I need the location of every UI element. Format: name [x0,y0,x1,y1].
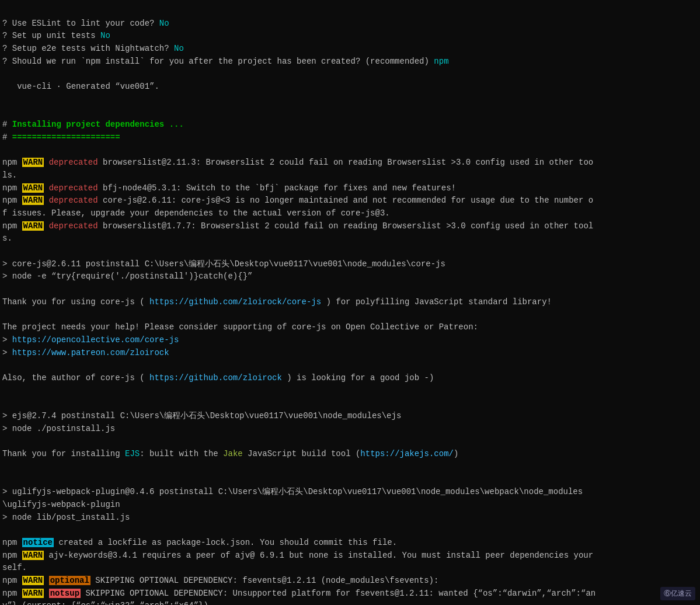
terminal-line [2,144,698,157]
terminal-line [2,397,698,410]
terminal-line: > ejs@2.7.4 postinstall C:\Users\编程小石头\D… [2,410,698,423]
terminal-line [2,473,698,486]
terminal-line: vue-cli · Generated “vue001”. [2,81,698,93]
terminal-line: > node ./postinstall.js [2,423,698,436]
terminal-line: npm WARN optional SKIPPING OPTIONAL DEPE… [2,575,698,587]
terminal-line: # Installing project dependencies ... [2,119,698,131]
terminal-line: npm notice created a lockfile as package… [2,537,698,550]
terminal-line [2,524,698,537]
terminal-line: Thank you for installing EJS: built with… [2,448,698,461]
terminal-line: ? Use ESLint to lint your code? No [2,18,698,30]
terminal-line: The project needs your help! Please cons… [2,321,698,334]
terminal-line [2,435,698,448]
terminal-line [2,359,698,372]
terminal-line: npm WARN notsup SKIPPING OPTIONAL DEPEND… [2,587,698,600]
terminal-line: npm WARN deprecated browserslist@2.11.3:… [2,157,698,169]
terminal-line: > node lib/post_install.js [2,512,698,524]
terminal-line [2,461,698,474]
terminal-line: ? Set up unit tests No [2,30,698,43]
terminal-line: ? Should we run `npm install` for you af… [2,55,698,68]
terminal-line: > node -e “try{require('./postinstall')}… [2,270,698,283]
terminal-line [2,283,698,296]
terminal-line: ls. [2,169,698,182]
terminal-line [2,245,698,258]
terminal-line: npm WARN deprecated bfj-node4@5.3.1: Swi… [2,182,698,195]
terminal-line: f issues. Please, upgrade your dependenc… [2,207,698,220]
terminal-line: ? Setup e2e tests with Nightwatch? No [2,43,698,55]
terminal-line [2,106,698,119]
watermark-badge: ⑥亿速云 [660,587,695,600]
terminal-line: # ====================== [2,131,698,144]
terminal-line: self. [2,562,698,575]
terminal-line: npm WARN ajv-keywords@3.4.1 requires a p… [2,550,698,562]
terminal-line: s. [2,232,698,245]
terminal-line [2,93,698,106]
terminal-line: npm WARN deprecated core-js@2.6.11: core… [2,194,698,207]
terminal-line: > https://www.patreon.com/zloirock [2,347,698,360]
terminal-line: > https://opencollective.com/core-js [2,334,698,347]
terminal-line [2,68,698,81]
terminal-line [2,309,698,322]
terminal-line: y”} (current: {“os”:“win32”,“arch”:“x64”… [2,600,698,605]
terminal-line: Also, the author of core-js ( https://gi… [2,372,698,385]
terminal-line: Thank you for using core-js ( https://gi… [2,296,698,309]
terminal-line: > uglifyjs-webpack-plugin@0.4.6 postinst… [2,486,698,499]
terminal-line: > core-js@2.6.11 postinstall C:\Users\编程… [2,258,698,271]
terminal-line: npm WARN deprecated browserslist@1.7.7: … [2,220,698,233]
terminal-output: ? Use ESLint to lint your code? No? Set … [0,0,700,605]
terminal-line: \uglifyjs-webpack-plugin [2,499,698,512]
terminal-line [2,385,698,398]
